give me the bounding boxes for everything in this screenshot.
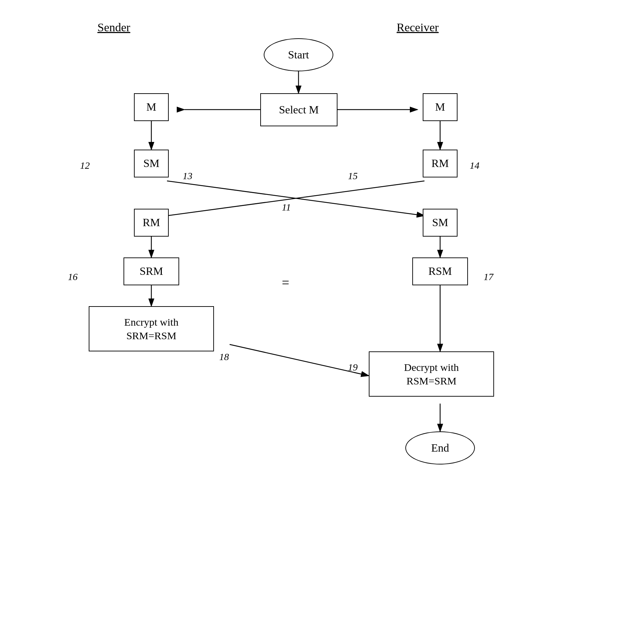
ref-12: 12 <box>80 160 90 171</box>
equals-label: = <box>282 275 289 290</box>
ref-11: 11 <box>282 202 291 213</box>
ref-19: 19 <box>348 362 358 373</box>
svg-line-7 <box>167 181 424 216</box>
ref-18: 18 <box>219 351 229 363</box>
rsm-node: RSM <box>412 257 468 285</box>
m-receiver-node: M <box>423 93 458 121</box>
svg-line-8 <box>167 181 424 216</box>
ref-15: 15 <box>348 170 358 182</box>
decrypt-node: Decrypt with RSM=SRM <box>369 351 494 397</box>
diagram-container: Sender Receiver Start Select M M M SM RM… <box>0 0 644 644</box>
select-m-node: Select M <box>260 93 337 126</box>
ref-14: 14 <box>470 160 479 171</box>
ref-16: 16 <box>68 271 78 283</box>
ref-17: 17 <box>484 271 493 283</box>
sm-receiver-node: SM <box>423 209 458 237</box>
encrypt-node: Encrypt with SRM=RSM <box>89 306 214 351</box>
rm-sender-node: RM <box>134 209 169 237</box>
ref-13: 13 <box>183 170 192 182</box>
sm-sender-node: SM <box>134 150 169 177</box>
receiver-label: Receiver <box>397 21 439 34</box>
end-node: End <box>405 431 475 464</box>
m-sender-node: M <box>134 93 169 121</box>
sender-label: Sender <box>97 21 130 34</box>
srm-node: SRM <box>124 257 179 285</box>
start-node: Start <box>264 38 333 71</box>
rm-receiver-top-node: RM <box>423 150 458 177</box>
